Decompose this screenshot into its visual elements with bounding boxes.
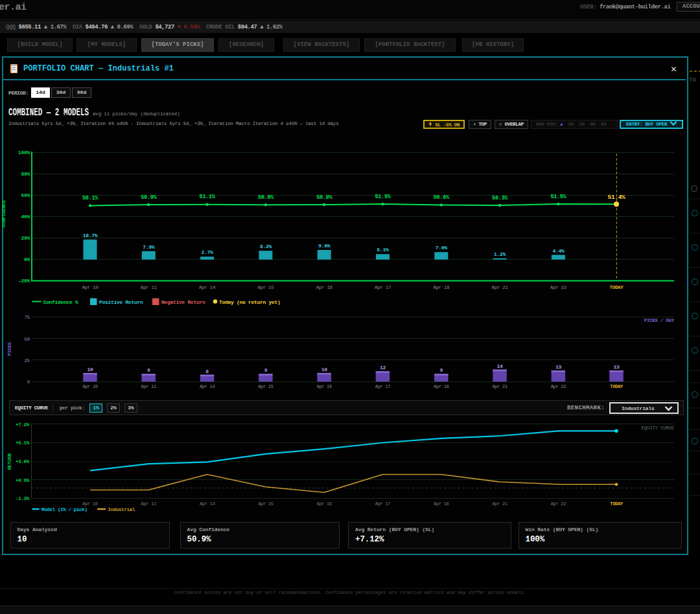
svg-text:50.1%: 50.1%: [82, 195, 99, 201]
svg-text:-20%: -20%: [18, 278, 30, 284]
svg-text:Apr 11: Apr 11: [141, 501, 157, 506]
svg-text:Apr 18: Apr 18: [434, 501, 449, 506]
svg-text:Apr 14: Apr 14: [200, 384, 215, 389]
svg-text:Industrial: Industrial: [108, 507, 135, 512]
svg-text:Apr 11: Apr 11: [141, 285, 158, 290]
svg-text:Apr 11: Apr 11: [141, 384, 157, 389]
svg-text:Apr 22: Apr 22: [551, 501, 566, 506]
svg-text:Today (no return yet): Today (no return yet): [219, 299, 281, 305]
svg-text:Apr 16: Apr 16: [316, 501, 332, 506]
svg-text:Apr 17: Apr 17: [375, 384, 391, 389]
svg-text:Model (1% / pick): Model (1% / pick): [41, 507, 88, 512]
svg-text:Apr 22: Apr 22: [550, 285, 566, 290]
svg-text:60%: 60%: [21, 192, 30, 198]
svg-text:Apr 10: Apr 10: [82, 501, 98, 506]
svg-text:75: 75: [25, 315, 30, 320]
svg-text:+3.0%: +3.0%: [16, 459, 30, 464]
svg-text:100%: 100%: [18, 150, 30, 155]
svg-text:+5.1%: +5.1%: [16, 440, 30, 446]
svg-text:50: 50: [25, 337, 30, 342]
svg-text:Apr 16: Apr 16: [316, 384, 332, 389]
svg-text:50.6%: 50.6%: [434, 194, 450, 201]
svg-text:50.8%: 50.8%: [258, 194, 274, 201]
svg-text:RETURN: RETURN: [7, 453, 12, 470]
svg-text:2.7%: 2.7%: [202, 249, 214, 255]
svg-text:CONFIDENCE: CONFIDENCE: [2, 199, 6, 227]
svg-text:Apr 15: Apr 15: [257, 285, 274, 290]
svg-text:8.2%: 8.2%: [260, 244, 272, 249]
svg-text:Apr 16: Apr 16: [316, 285, 333, 290]
svg-text:50.9%: 50.9%: [141, 194, 157, 201]
svg-text:40%: 40%: [21, 214, 30, 220]
svg-text:Apr 17: Apr 17: [375, 285, 391, 290]
svg-text:+7.2%: +7.2%: [16, 422, 30, 427]
svg-text:12: 12: [380, 365, 386, 370]
svg-text:8: 8: [205, 369, 209, 374]
svg-text:Apr 17: Apr 17: [375, 501, 391, 506]
svg-text:Apr 14: Apr 14: [199, 285, 216, 290]
svg-text:0: 0: [27, 380, 30, 385]
svg-text:Apr 22: Apr 22: [551, 384, 566, 389]
svg-text:-1.3%: -1.3%: [16, 496, 30, 501]
svg-text:7.0%: 7.0%: [436, 245, 448, 251]
svg-text:51.5%: 51.5%: [550, 194, 566, 200]
svg-text:51.5%: 51.5%: [375, 194, 391, 200]
svg-text:9: 9: [264, 367, 268, 373]
svg-text:18.7%: 18.7%: [83, 233, 98, 238]
svg-text:14: 14: [497, 363, 504, 369]
svg-text:Apr 21: Apr 21: [492, 501, 508, 506]
svg-text:4.4%: 4.4%: [552, 248, 565, 254]
svg-text:Apr 10: Apr 10: [82, 285, 99, 290]
svg-text:80%: 80%: [21, 171, 30, 177]
svg-text:Negative Return: Negative Return: [161, 299, 205, 305]
svg-text:9: 9: [440, 367, 443, 373]
svg-text:Apr 15: Apr 15: [258, 501, 274, 506]
svg-text:Apr 21: Apr 21: [492, 384, 508, 389]
svg-text:Confidence %: Confidence %: [43, 299, 79, 305]
svg-text:10: 10: [87, 367, 93, 372]
svg-text:Apr 18: Apr 18: [434, 384, 449, 389]
svg-text:51.4%: 51.4%: [607, 194, 625, 201]
svg-text:Apr 21: Apr 21: [491, 285, 508, 290]
svg-text:0%: 0%: [24, 256, 30, 262]
svg-text:Apr 15: Apr 15: [258, 384, 274, 389]
svg-text:5.1%: 5.1%: [377, 247, 389, 253]
svg-text:9: 9: [147, 367, 150, 373]
svg-text:50.9%: 50.9%: [316, 194, 332, 201]
svg-text:13: 13: [555, 364, 562, 370]
svg-text:51.1%: 51.1%: [200, 194, 216, 200]
svg-text:1.2%: 1.2%: [494, 251, 506, 257]
svg-text:PICKS / DAY: PICKS / DAY: [644, 318, 675, 323]
svg-text:20%: 20%: [21, 235, 30, 241]
svg-text:9.0%: 9.0%: [318, 243, 331, 249]
svg-text:EQUITY CURVE: EQUITY CURVE: [642, 426, 675, 431]
svg-text:13: 13: [613, 364, 620, 370]
svg-text:TODAY: TODAY: [609, 285, 624, 290]
svg-text:7.9%: 7.9%: [143, 244, 155, 250]
svg-text:10: 10: [321, 367, 328, 372]
svg-text:TODAY: TODAY: [610, 384, 624, 389]
svg-text:Apr 18: Apr 18: [433, 285, 449, 290]
svg-text:50.3%: 50.3%: [492, 195, 508, 201]
svg-text:Positive Return: Positive Return: [99, 299, 143, 305]
svg-text:+0.9%: +0.9%: [16, 478, 30, 483]
svg-text:TO: TO: [689, 77, 696, 84]
svg-text:Apr 10: Apr 10: [82, 384, 98, 389]
svg-text:PICKS: PICKS: [7, 342, 12, 356]
svg-text:TODAY: TODAY: [610, 501, 624, 506]
svg-text:25: 25: [25, 358, 30, 363]
svg-text:Apr 14: Apr 14: [200, 501, 215, 506]
